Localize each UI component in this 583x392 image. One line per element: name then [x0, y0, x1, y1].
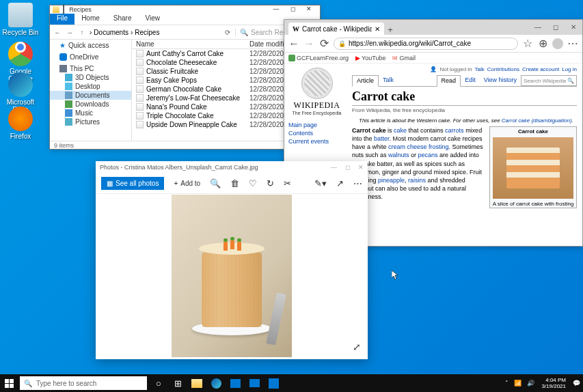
collections-icon[interactable]: ⊕	[537, 37, 548, 50]
taskbar-clock[interactable]: 4:04 PM3/19/2021	[537, 377, 570, 389]
desktop-icon-recycle-bin[interactable]: Recycle Bin	[1, 3, 40, 36]
sidebar-onedrive[interactable]: OneDrive	[50, 53, 131, 61]
taskbar-search[interactable]: 🔍Type here to search	[20, 376, 147, 390]
article-subtitle: From Wikipedia, the free encyclopedia	[352, 107, 577, 113]
wp-top-create[interactable]: Create account	[522, 66, 559, 72]
tab-title: Carrot cake - Wikipedia	[302, 25, 372, 33]
browser-tab[interactable]: W Carrot cake - Wikipedia ✕	[288, 23, 384, 35]
more-button[interactable]: ⋯	[353, 178, 362, 188]
photo-viewport[interactable]: ⤢	[96, 194, 368, 358]
wp-tab-talk[interactable]: Talk	[379, 75, 398, 86]
desktop-icon	[65, 83, 72, 90]
infobox-image[interactable]	[493, 137, 573, 199]
nav-fwd[interactable]: →	[65, 29, 74, 36]
breadcrumb[interactable]: ›Documents›Recipes	[90, 29, 220, 36]
wp-tab-edit[interactable]: Edit	[461, 75, 480, 86]
bookmark-item[interactable]: ✉Gmail	[392, 55, 416, 61]
taskbar-photos[interactable]	[264, 374, 283, 392]
bookmark-item[interactable]: GCFLearnFree.org	[288, 55, 349, 61]
windows-icon	[5, 379, 14, 388]
sidebar-quick-access[interactable]: ★Quick access	[50, 41, 131, 50]
edit-button[interactable]: ✎▾	[314, 178, 327, 188]
photo-content	[172, 195, 292, 357]
file-icon	[136, 68, 144, 75]
rotate-button[interactable]: ↻	[267, 178, 274, 188]
wp-link-contents[interactable]: Contents	[288, 129, 345, 137]
photos-minimize[interactable]: —	[331, 164, 337, 171]
taskbar-explorer[interactable]	[187, 374, 206, 392]
sidebar-desktop[interactable]: Desktop	[50, 82, 131, 91]
tab-close-icon[interactable]: ✕	[375, 25, 380, 33]
crop-button[interactable]: ✂	[284, 178, 291, 188]
edge-icon	[8, 72, 33, 97]
taskbar-store[interactable]	[226, 374, 245, 392]
explorer-sidebar: ★Quick access OneDrive This PC 3D Object…	[50, 40, 132, 141]
browser-close[interactable]: ✕	[565, 20, 582, 35]
photos-maximize[interactable]: ◻	[345, 164, 350, 171]
tray-volume-icon[interactable]: 🔊	[524, 380, 537, 387]
profile-icon[interactable]	[552, 38, 563, 49]
browser-minimize[interactable]: —	[529, 20, 547, 35]
browser-back[interactable]: ←	[288, 38, 299, 50]
taskbar-mail[interactable]	[245, 374, 264, 392]
wp-top-login[interactable]: Log in	[562, 66, 577, 72]
new-tab-button[interactable]: +	[384, 25, 396, 35]
wp-tab-read[interactable]: Read	[437, 75, 461, 87]
add-to-button[interactable]: +Add to	[174, 180, 200, 187]
file-icon	[136, 121, 144, 128]
nav-back[interactable]: ←	[53, 29, 62, 36]
browser-tabstrip: W Carrot cake - Wikipedia ✕ + — ◻ ✕	[284, 20, 582, 35]
sidebar-documents[interactable]: Documents	[50, 91, 131, 100]
expand-icon[interactable]: ⤢	[353, 341, 361, 352]
photos-titlebar[interactable]: Photos - Cristina Matos Albers_Unsplash_…	[96, 161, 368, 173]
browser-fwd[interactable]: →	[303, 38, 314, 50]
address-bar[interactable]: 🔒 https://en.wikipedia.org/wiki/Carrot_c…	[334, 38, 518, 50]
wp-search[interactable]: Search Wikipedia🔍	[521, 75, 577, 86]
start-button[interactable]	[0, 374, 18, 392]
ribbon-view[interactable]: View	[139, 14, 167, 25]
sidebar-pictures[interactable]: Pictures	[50, 117, 131, 126]
wikipedia-logo[interactable]	[301, 68, 333, 99]
minimize-button[interactable]: —	[268, 5, 284, 14]
explorer-titlebar[interactable]: | Recipes — ◻ ✕	[50, 5, 320, 14]
sidebar-music[interactable]: Music	[50, 109, 131, 117]
desktop-icon-firefox[interactable]: Firefox	[1, 107, 40, 140]
see-all-photos-button[interactable]: ▦See all photos	[101, 177, 164, 190]
browser-maximize[interactable]: ◻	[547, 20, 565, 35]
taskbar-edge[interactable]	[206, 374, 226, 392]
favorite-icon[interactable]: ☆	[522, 37, 533, 50]
delete-button[interactable]: 🗑	[230, 178, 239, 188]
nav-up[interactable]: ↑	[77, 29, 87, 36]
wp-link-mainpage[interactable]: Main page	[288, 121, 345, 129]
ribbon-share[interactable]: Share	[107, 14, 139, 25]
zoom-button[interactable]: 🔍	[210, 178, 221, 188]
wp-tab-article[interactable]: Article	[352, 75, 379, 87]
wp-tab-history[interactable]: View history	[480, 75, 521, 86]
sidebar-3dobjects[interactable]: 3D Objects	[50, 73, 131, 82]
wp-top-contrib[interactable]: Contributions	[487, 66, 519, 72]
ribbon-home[interactable]: Home	[74, 14, 107, 25]
sidebar-downloads[interactable]: Downloads	[50, 100, 131, 109]
maximize-button[interactable]: ◻	[284, 5, 301, 14]
ribbon-file[interactable]: File	[50, 14, 74, 25]
tray-notifications-icon[interactable]: 💬	[570, 380, 583, 387]
photos-close[interactable]: ✕	[358, 164, 364, 171]
browser-refresh[interactable]: ⟳	[318, 37, 329, 50]
tray-chevron-icon[interactable]: ˄	[502, 380, 511, 387]
browser-menu[interactable]: ⋯	[567, 37, 578, 50]
sidebar-thispc[interactable]: This PC	[50, 64, 131, 73]
cortana-icon[interactable]: ○	[149, 374, 168, 392]
close-button[interactable]: ✕	[301, 5, 317, 14]
hatnote-link[interactable]: Carrot cake (disambiguation)	[502, 117, 572, 124]
column-name[interactable]: Name	[132, 40, 248, 48]
photos-toolbar: ▦See all photos +Add to 🔍 🗑 ♡ ↻ ✂ ✎▾ ↗ ⋯	[96, 173, 368, 194]
share-button[interactable]: ↗	[336, 178, 344, 188]
bookmark-item[interactable]: ▶YouTube	[355, 55, 385, 61]
favorite-button[interactable]: ♡	[249, 178, 257, 188]
tray-network-icon[interactable]: 📶	[511, 380, 524, 387]
task-view-icon[interactable]: ⊞	[168, 374, 187, 392]
wp-top-talk[interactable]: Talk	[475, 66, 485, 72]
nav-refresh[interactable]: ⟳	[223, 29, 232, 36]
wp-link-current[interactable]: Current events	[288, 137, 345, 145]
browser-toolbar: ← → ⟳ 🔒 https://en.wikipedia.org/wiki/Ca…	[284, 35, 582, 53]
